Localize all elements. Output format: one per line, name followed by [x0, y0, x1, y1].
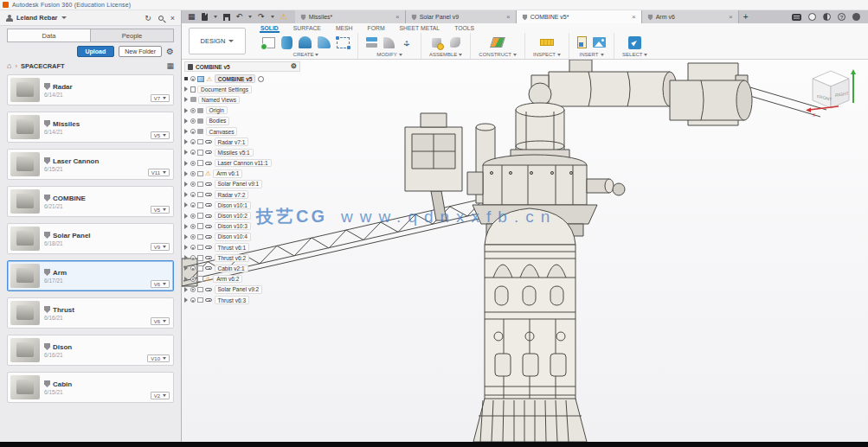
list-item[interactable]: Missiles6/14/21 V5 — [7, 112, 174, 143]
visibility-icon[interactable] — [190, 161, 196, 166]
browser-item[interactable]: Missiles v5:1 — [184, 147, 300, 157]
group-label[interactable]: CONSTRUCT — [479, 52, 517, 57]
version-dropdown[interactable]: V7 — [151, 94, 170, 102]
ribbon-tab-surface[interactable]: SURFACE — [293, 25, 322, 33]
measure-icon[interactable] — [540, 39, 554, 46]
expand-icon[interactable] — [184, 150, 188, 155]
account-name[interactable]: Leland Rebar — [16, 14, 58, 22]
browser-item[interactable]: Dison v10:2 — [184, 210, 300, 220]
visibility-icon[interactable] — [190, 118, 196, 124]
breadcrumb-project[interactable]: SPACECRAFT — [21, 62, 65, 70]
group-label[interactable]: SELECT — [622, 52, 647, 57]
close-tab-icon[interactable]: × — [632, 14, 636, 21]
version-dropdown[interactable]: V10 — [147, 354, 170, 362]
select-icon[interactable] — [628, 36, 641, 49]
expand-icon[interactable] — [184, 129, 188, 134]
version-dropdown[interactable]: V5 — [151, 131, 170, 139]
group-label[interactable]: INSPECT — [533, 52, 561, 57]
list-item[interactable]: Laser Cannon6/15/21 V11 — [7, 149, 174, 180]
expand-icon[interactable] — [184, 139, 188, 144]
fillet-icon[interactable] — [383, 37, 395, 48]
browser-item[interactable]: Thrust v6:2 — [184, 252, 300, 263]
version-dropdown[interactable]: V6 — [151, 317, 170, 325]
browser-item[interactable]: ⚠Arm v6:2 — [184, 274, 300, 284]
tab-data[interactable]: Data — [7, 29, 90, 42]
browser-item[interactable]: Solar Panel v9:1 — [184, 179, 300, 189]
nested-view-icon[interactable] — [258, 76, 264, 82]
ribbon-tab-form[interactable]: FORM — [367, 25, 386, 33]
component-checkbox[interactable] — [197, 182, 203, 188]
workspace-switcher[interactable]: DESIGN — [189, 28, 246, 54]
group-label[interactable]: INSERT — [580, 52, 604, 57]
component-checkbox[interactable] — [197, 192, 203, 198]
joint-icon[interactable] — [450, 37, 460, 48]
group-label[interactable]: CREATE — [293, 52, 319, 57]
sweep-icon[interactable] — [318, 36, 331, 48]
browser-root[interactable]: ⚠ COMBINE v5 — [184, 73, 300, 84]
refresh-icon[interactable]: ↻ — [145, 14, 151, 22]
job-status-warning-icon[interactable]: ⚠ — [280, 13, 287, 21]
browser-header[interactable]: COMBINE v5 ⚙ — [184, 61, 300, 72]
browser-settings-icon[interactable]: ⚙ — [291, 62, 297, 71]
visibility-icon[interactable] — [190, 214, 196, 219]
press-pull-icon[interactable] — [366, 37, 377, 42]
expand-icon[interactable] — [184, 192, 188, 197]
component-checkbox[interactable] — [197, 297, 203, 303]
version-dropdown[interactable]: V9 — [151, 243, 170, 251]
version-dropdown[interactable]: V2 — [151, 392, 170, 399]
redo-icon[interactable]: ↷ — [258, 13, 265, 21]
browser-item[interactable]: Dison v10:1 — [184, 200, 300, 210]
browser-item[interactable]: Dison v10:4 — [184, 232, 300, 242]
visibility-icon[interactable] — [190, 265, 196, 271]
component-checkbox[interactable] — [197, 255, 203, 261]
group-label[interactable]: MODIFY — [376, 52, 402, 57]
browser-item[interactable]: Laser Cannon v11:1 — [184, 158, 300, 169]
list-item[interactable]: Thrust6/16/21 V6 — [7, 297, 174, 329]
expand-icon[interactable] — [184, 118, 188, 124]
avatar[interactable] — [852, 13, 860, 21]
pattern-icon[interactable] — [337, 37, 350, 48]
expand-icon[interactable] — [184, 245, 188, 250]
version-dropdown[interactable]: V6 — [151, 280, 170, 288]
component-checkbox[interactable] — [197, 245, 203, 251]
notifications-icon[interactable] — [823, 13, 831, 21]
upload-button[interactable]: Upload — [77, 46, 115, 57]
browser-item[interactable]: Radar v7:2 — [184, 189, 300, 200]
browser-item[interactable]: Dison v10:3 — [184, 221, 300, 232]
visibility-icon[interactable] — [190, 171, 196, 176]
browser-item[interactable]: Solar Panel v9:2 — [184, 284, 300, 295]
close-tab-icon[interactable]: × — [395, 14, 400, 21]
close-tab-icon[interactable]: × — [729, 14, 733, 21]
tab-people[interactable]: People — [90, 29, 174, 42]
close-tab-icon[interactable]: × — [506, 14, 511, 21]
visibility-icon[interactable] — [190, 224, 196, 229]
group-label[interactable]: ASSEMBLE — [429, 52, 462, 57]
list-item[interactable]: COMBINE6/21/21 V5 — [7, 186, 174, 217]
expand-icon[interactable] — [184, 108, 188, 113]
list-item[interactable]: Solar Panel6/18/21 V9 — [7, 223, 174, 254]
visibility-icon[interactable] — [190, 76, 196, 81]
browser-item[interactable]: Bodies — [184, 116, 300, 126]
search-icon[interactable] — [158, 16, 164, 21]
component-checkbox[interactable] — [197, 276, 203, 282]
extrude-icon[interactable] — [281, 36, 293, 49]
browser-item[interactable]: Named Views — [184, 94, 300, 105]
undo-icon[interactable]: ↶ — [236, 13, 243, 21]
expand-icon[interactable] — [184, 234, 188, 239]
expand-icon[interactable] — [184, 297, 188, 303]
document-tab[interactable]: Missiles* × — [295, 10, 406, 23]
expand-icon[interactable] — [184, 97, 188, 102]
help-icon[interactable]: ? — [838, 13, 845, 21]
browser-item[interactable]: ⚠Arm v6:1 — [184, 169, 300, 179]
visibility-icon[interactable] — [190, 287, 196, 292]
new-folder-button[interactable]: New Folder — [119, 46, 162, 57]
visibility-icon[interactable] — [190, 297, 196, 303]
visibility-icon[interactable] — [190, 150, 196, 155]
list-item-selected[interactable]: Arm6/17/21 V6 — [7, 260, 174, 291]
ribbon-tab-solid[interactable]: SOLID — [260, 25, 280, 33]
component-checkbox[interactable] — [197, 202, 203, 208]
show-data-panel-icon[interactable]: ▦ — [188, 13, 196, 21]
close-panel-icon[interactable]: × — [170, 14, 175, 22]
component-checkbox[interactable] — [197, 234, 203, 240]
save-icon[interactable] — [223, 14, 230, 21]
